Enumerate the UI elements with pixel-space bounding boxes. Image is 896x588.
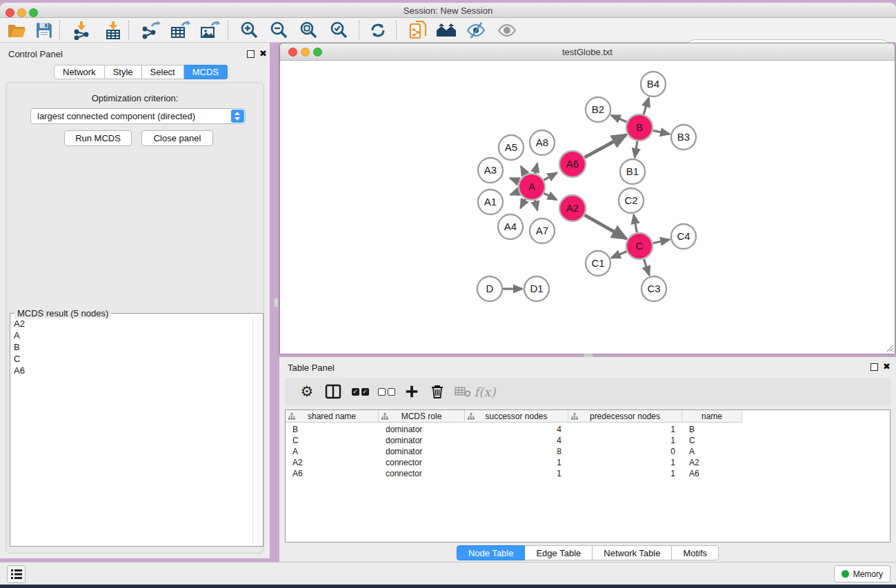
table-cell[interactable]: A6 (286, 468, 379, 479)
graph-node-B3[interactable]: B3 (671, 125, 696, 150)
table-cell[interactable]: A2 (682, 457, 742, 468)
first-neighbors-icon[interactable] (434, 19, 459, 41)
zoom-fit-icon[interactable] (297, 19, 321, 41)
graph-edge-B-B3[interactable] (653, 130, 670, 134)
tab-select[interactable]: Select (142, 65, 184, 79)
graph-edge-A-A3[interactable] (510, 179, 519, 182)
table-row[interactable]: Bdominator41B (286, 424, 742, 435)
column-header-successor-nodes[interactable]: successor nodes (465, 410, 568, 423)
tab-network-table[interactable]: Network Table (593, 545, 672, 560)
node-table[interactable]: shared nameMCDS rolesuccessor nodesprede… (285, 409, 890, 543)
table-row[interactable]: A6connector11A6 (286, 468, 742, 479)
task-history-button[interactable] (7, 565, 26, 583)
delete-icon[interactable] (425, 378, 450, 405)
table-cell[interactable]: 1 (568, 468, 682, 479)
close-table-panel-icon[interactable]: ✖ (883, 363, 890, 370)
tab-node-table[interactable]: Node Table (457, 545, 526, 560)
graph-node-A4[interactable]: A4 (498, 214, 523, 239)
table-cell[interactable]: 1 (465, 457, 568, 468)
table-cell[interactable]: 4 (465, 424, 568, 435)
graph-edge-A-A5[interactable] (521, 166, 525, 174)
column-header-name[interactable]: name (682, 410, 742, 423)
graph-edge-A-A8[interactable] (535, 163, 537, 173)
table-cell[interactable]: 1 (568, 457, 682, 468)
table-cell[interactable]: A (682, 446, 742, 457)
import-table-icon[interactable] (101, 19, 126, 41)
table-cell[interactable]: 0 (568, 446, 682, 457)
close-panel-button[interactable]: Close panel (141, 130, 213, 146)
table-cell[interactable]: C (286, 435, 379, 446)
deselect-all-icon[interactable] (374, 378, 399, 405)
table-cell[interactable]: dominator (379, 424, 465, 435)
graph-node-A2[interactable]: A2 (559, 195, 586, 221)
graph-edge-C-C3[interactable] (644, 259, 649, 275)
mcds-result-scrollbar[interactable] (252, 318, 262, 545)
graph-node-C3[interactable]: C3 (641, 276, 666, 301)
table-cell[interactable]: connector (379, 468, 465, 479)
graph-edge-A-A1[interactable] (510, 192, 519, 194)
table-row[interactable]: A2connector11A2 (286, 457, 742, 468)
graph-node-A1[interactable]: A1 (478, 190, 503, 214)
split-columns-icon[interactable] (321, 378, 346, 405)
export-table-icon[interactable] (168, 19, 192, 41)
graph-node-A8[interactable]: A8 (530, 130, 555, 155)
column-header-shared-name[interactable]: shared name (286, 410, 379, 423)
graph-node-A[interactable]: A (519, 174, 545, 200)
network-window-titlebar[interactable]: testGlobe.txt (280, 43, 895, 61)
table-row[interactable]: Cdominator41C (286, 435, 742, 446)
graph-edge-B-B1[interactable] (635, 141, 637, 157)
graph-edge-A-A4[interactable] (521, 199, 526, 208)
graph-node-B1[interactable]: B1 (620, 159, 645, 184)
resize-grip-icon[interactable] (884, 343, 894, 352)
graph-node-A5[interactable]: A5 (499, 135, 524, 160)
zoom-selected-icon[interactable] (327, 19, 352, 41)
select-all-icon[interactable]: ✓✓ (348, 378, 372, 405)
graph-node-C1[interactable]: C1 (586, 251, 610, 276)
gear-icon[interactable]: ⚙ (295, 378, 319, 405)
save-session-icon[interactable] (32, 19, 57, 41)
table-cell[interactable]: 1 (568, 435, 682, 446)
graph-node-D[interactable]: D (477, 276, 502, 301)
graph-edge-B-B2[interactable] (611, 115, 626, 122)
memory-button[interactable]: Memory (834, 565, 890, 582)
hide-selected-icon[interactable] (464, 19, 488, 41)
table-cell[interactable]: 4 (465, 435, 568, 446)
mcds-result-item[interactable]: A2 (11, 318, 252, 330)
graph-edge-A6-B[interactable] (585, 135, 626, 158)
column-header-MCDS-role[interactable]: MCDS role (379, 410, 465, 423)
table-cell[interactable]: 1 (465, 468, 568, 479)
duplicate-network-icon[interactable] (406, 19, 430, 41)
table-cell[interactable]: dominator (379, 446, 465, 457)
mcds-result-item[interactable]: B (11, 341, 252, 353)
graph-edge-A-A2[interactable] (544, 193, 557, 200)
graph-node-C2[interactable]: C2 (619, 188, 644, 213)
graph-node-D1[interactable]: D1 (524, 276, 549, 301)
float-panel-icon[interactable] (247, 50, 255, 58)
column-header-predecessor-nodes[interactable]: predecessor nodes (568, 410, 682, 423)
table-row[interactable]: Adominator80A (286, 446, 742, 457)
graph-edge-B-B4[interactable] (644, 98, 649, 114)
graph-edge-C-C1[interactable] (611, 252, 626, 258)
table-cell[interactable]: B (682, 424, 742, 435)
graph-edge-C-C4[interactable] (653, 239, 670, 243)
graph-node-A3[interactable]: A3 (478, 158, 503, 183)
mcds-result-list[interactable]: A2ABCA6 (11, 318, 252, 545)
close-panel-icon[interactable]: ✖ (259, 50, 267, 57)
export-image-icon[interactable] (197, 19, 222, 41)
refresh-icon[interactable] (366, 19, 390, 41)
zoom-out-icon[interactable] (267, 19, 292, 41)
network-graph-canvas[interactable]: B4B2BB3B1A5A8A6A3AA1A2C2A4A7CC4C1C3DD1 (280, 61, 895, 354)
tab-style[interactable]: Style (105, 65, 142, 79)
tab-edge-table[interactable]: Edge Table (525, 545, 593, 560)
graph-node-C[interactable]: C (626, 233, 653, 259)
graph-node-C4[interactable]: C4 (671, 224, 696, 249)
graph-node-B[interactable]: B (626, 114, 653, 141)
graph-node-A6[interactable]: A6 (559, 151, 586, 177)
vertical-splitter-handle[interactable] (274, 298, 279, 307)
table-cell[interactable]: C (682, 435, 742, 446)
tab-motifs[interactable]: Motifs (672, 545, 719, 560)
tab-mcds[interactable]: MCDS (184, 65, 228, 79)
graph-edge-C-C2[interactable] (634, 215, 637, 233)
export-network-icon[interactable] (138, 19, 163, 41)
mcds-result-item[interactable]: C (11, 353, 252, 365)
